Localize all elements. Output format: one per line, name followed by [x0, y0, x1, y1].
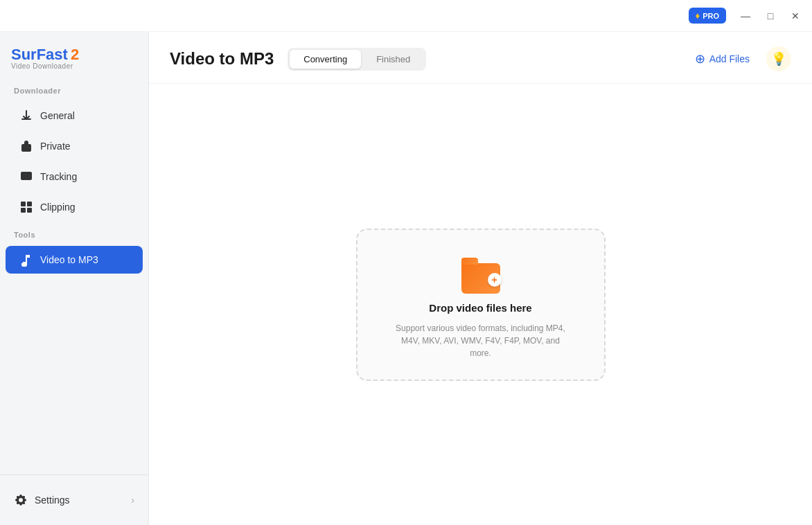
minimize-button[interactable]: — — [734, 5, 757, 27]
settings-chevron-icon: › — [131, 495, 134, 506]
tab-group: Converting Finished — [288, 48, 426, 71]
tab-converting[interactable]: Converting — [290, 50, 361, 69]
svg-rect-1 — [21, 172, 32, 180]
drop-zone-subtitle: Support various video formats, including… — [391, 322, 571, 359]
clipping-icon — [19, 200, 33, 214]
pro-label: PRO — [703, 12, 719, 20]
title-bar: ♦ PRO — □ ✕ — [0, 0, 812, 32]
main-content: Video to MP3 Converting Finished ⊕ Add F… — [149, 32, 812, 525]
logo-number: 2 — [71, 46, 79, 64]
drop-zone[interactable]: + Drop video files here Support various … — [356, 229, 606, 381]
tracking-icon — [19, 170, 33, 184]
sidebar-item-clipping[interactable]: Clipping — [6, 193, 143, 221]
sidebar-item-tracking[interactable]: Tracking — [6, 163, 143, 190]
header-right: ⊕ Add Files 💡 — [684, 46, 791, 72]
page-title-area: Video to MP3 Converting Finished — [170, 48, 426, 71]
general-label: General — [40, 110, 75, 121]
folder-plus-icon: + — [488, 273, 502, 287]
section-label-downloader: Downloader — [0, 87, 148, 100]
drop-zone-title: Drop video files here — [429, 302, 531, 314]
sidebar-bottom: Settings › — [0, 474, 148, 525]
app-body: SurFast 2 Video Downloader Downloader Ge… — [0, 32, 812, 525]
theme-toggle-button[interactable]: 💡 — [766, 46, 791, 71]
svg-rect-2 — [21, 202, 26, 206]
settings-item[interactable]: Settings › — [6, 486, 143, 514]
settings-left: Settings — [14, 493, 70, 507]
private-label: Private — [40, 141, 71, 152]
sidebar-item-general[interactable]: General — [6, 102, 143, 130]
logo-name: SurFast — [11, 46, 68, 64]
svg-rect-3 — [27, 202, 32, 206]
svg-rect-5 — [27, 208, 32, 213]
download-icon — [19, 109, 33, 123]
tracking-label: Tracking — [40, 171, 77, 182]
video-to-mp3-label: Video to MP3 — [40, 254, 98, 265]
page-title: Video to MP3 — [170, 49, 274, 69]
maximize-button[interactable]: □ — [759, 5, 782, 27]
tab-finished[interactable]: Finished — [362, 50, 424, 69]
drop-icon-wrapper: + — [459, 249, 503, 294]
add-files-plus-icon: ⊕ — [695, 51, 705, 66]
pro-badge[interactable]: ♦ PRO — [689, 8, 726, 24]
theme-icon: 💡 — [771, 51, 786, 66]
settings-label: Settings — [35, 495, 70, 506]
private-icon — [19, 139, 33, 153]
logo-area: SurFast 2 Video Downloader — [0, 46, 148, 87]
main-header: Video to MP3 Converting Finished ⊕ Add F… — [149, 32, 812, 84]
clipping-label: Clipping — [40, 202, 76, 213]
sidebar: SurFast 2 Video Downloader Downloader Ge… — [0, 32, 149, 525]
crown-icon: ♦ — [696, 10, 700, 21]
sidebar-item-video-to-mp3[interactable]: Video to MP3 — [6, 246, 143, 274]
svg-rect-0 — [21, 144, 31, 152]
add-files-label: Add Files — [709, 53, 750, 64]
add-files-button[interactable]: ⊕ Add Files — [684, 46, 761, 72]
music-icon — [19, 253, 33, 267]
gear-icon — [14, 493, 28, 507]
svg-rect-4 — [21, 208, 26, 213]
logo: SurFast 2 — [11, 46, 137, 64]
section-label-tools: Tools — [0, 231, 148, 244]
sidebar-item-private[interactable]: Private — [6, 132, 143, 160]
content-area: + Drop video files here Support various … — [149, 84, 812, 525]
close-button[interactable]: ✕ — [784, 5, 806, 27]
window-controls: — □ ✕ — [734, 5, 806, 27]
